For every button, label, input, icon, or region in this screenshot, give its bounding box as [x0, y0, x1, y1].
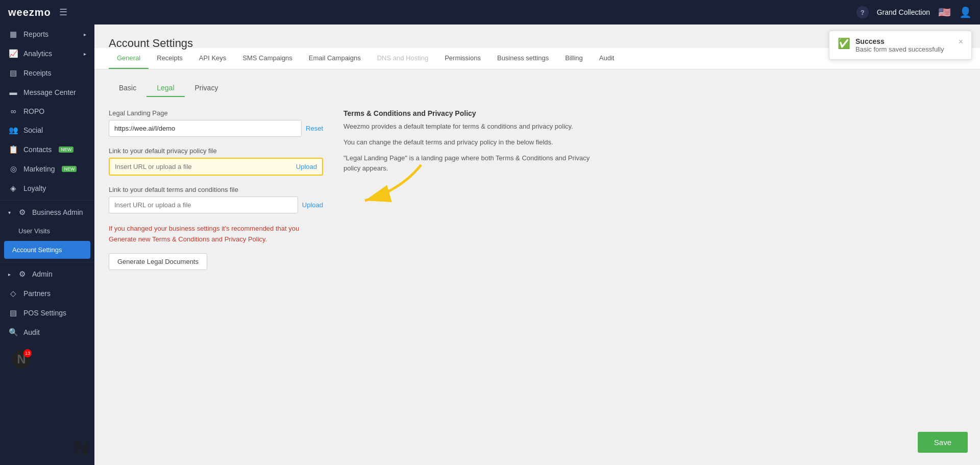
tab-dns-hosting: DNS and Hosting [369, 48, 436, 69]
terms-conditions-input[interactable] [109, 197, 298, 213]
weezmo-logo: weezmo [8, 7, 51, 18]
sidebar-item-user-visits[interactable]: User Visits [0, 222, 94, 240]
sidebar-item-contacts[interactable]: 📋 Contacts NEW [0, 140, 94, 159]
terms-conditions-label: Link to your default terms and condition… [109, 186, 323, 193]
privacy-policy-upload[interactable]: Upload [296, 163, 321, 170]
sidebar-item-label: Receipts [23, 69, 51, 77]
analytics-icon: 📈 [8, 49, 18, 58]
sidebar-item-social[interactable]: 👥 Social [0, 120, 94, 140]
analytics-arrow: ▸ [84, 51, 86, 57]
save-button[interactable]: Save [918, 432, 968, 453]
legal-landing-page-row: Reset [109, 120, 323, 137]
toast-title: Success [855, 37, 944, 45]
tab-api-keys[interactable]: API Keys [191, 48, 234, 69]
loyalty-icon: ◈ [8, 184, 18, 193]
tab-audit[interactable]: Audit [591, 48, 623, 69]
sidebar-item-partners[interactable]: ◇ Partners [0, 284, 94, 303]
sidebar-item-label: Audit [23, 328, 40, 336]
reports-arrow: ▸ [84, 32, 86, 37]
tab-billing[interactable]: Billing [557, 48, 591, 69]
terms-conditions-upload[interactable]: Upload [302, 201, 323, 209]
sidebar-item-business-admin[interactable]: ▾ ⚙ Business Admin [0, 203, 94, 222]
legal-landing-page-group: Legal Landing Page Reset [109, 109, 323, 137]
sidebar-item-audit[interactable]: 🔍 Audit [0, 323, 94, 342]
subtab-basic[interactable]: Basic [109, 80, 146, 97]
bottom-logo: N [74, 437, 89, 460]
contacts-new-badge: NEW [59, 146, 74, 153]
business-admin-expand-arrow: ▾ [8, 210, 11, 215]
sub-tabs: Basic Legal Privacy [109, 80, 966, 97]
sidebar-item-message-center[interactable]: ▬ Message Center [0, 83, 94, 102]
sidebar-item-label: Analytics [23, 50, 52, 58]
business-admin-icon: ⚙ [17, 208, 27, 217]
sidebar-item-reports[interactable]: ▦ Reports ▸ [0, 25, 94, 44]
org-name: Grand Collection [877, 8, 930, 16]
info-text-2: You can change the default terms and pri… [344, 137, 599, 148]
generate-legal-documents-button[interactable]: Generate Legal Documents [109, 253, 207, 270]
terms-conditions-row: Upload [109, 197, 323, 213]
sidebar-item-loyalty[interactable]: ◈ Loyalty [0, 179, 94, 198]
admin-icon: ⚙ [17, 270, 27, 279]
legal-landing-page-label: Legal Landing Page [109, 109, 323, 117]
legal-landing-page-input[interactable] [109, 120, 302, 137]
tab-receipts[interactable]: Receipts [149, 48, 191, 69]
info-title: Terms & Conditions and Privacy Policy [344, 109, 599, 117]
contacts-icon: 📋 [8, 145, 18, 154]
top-nav-right: ? Grand Collection 🇺🇸 👤 [856, 6, 972, 18]
tab-business-settings[interactable]: Business settings [489, 48, 557, 69]
sidebar: ▦ Reports ▸ 📈 Analytics ▸ ▤ Receipts ▬ M… [0, 25, 94, 465]
flag-icon: 🇺🇸 [938, 6, 951, 18]
sidebar-item-label: Partners [23, 289, 51, 298]
sidebar-item-account-settings[interactable]: Account Settings [4, 241, 90, 259]
toast-success-icon: ✅ [838, 37, 850, 50]
subtab-privacy[interactable]: Privacy [185, 80, 229, 97]
subtab-legal[interactable]: Legal [146, 80, 184, 97]
info-text-1: Weezmo provides a default template for t… [344, 121, 599, 132]
toast-content: Success Basic form saved successfully [855, 37, 944, 53]
toast-close-button[interactable]: × [959, 37, 963, 46]
sidebar-item-pos-settings[interactable]: ▤ POS Settings [0, 303, 94, 323]
sidebar-item-label: Business Admin [32, 208, 83, 216]
user-icon[interactable]: 👤 [959, 6, 972, 18]
social-icon: 👥 [8, 126, 18, 135]
notification-badge: 13 [23, 349, 32, 357]
hamburger-icon[interactable]: ☰ [59, 7, 67, 18]
sidebar-item-label: User Visits [18, 227, 50, 235]
sidebar-item-receipts[interactable]: ▤ Receipts [0, 63, 94, 83]
admin-expand-arrow: ▸ [8, 272, 11, 277]
sidebar-item-label: Admin [32, 270, 53, 278]
sidebar-item-label: ROPO [23, 107, 44, 115]
privacy-policy-highlight-wrapper: Upload [109, 158, 323, 176]
pos-settings-icon: ▤ [8, 308, 18, 317]
main-content: Account Settings General Receipts API Ke… [94, 25, 980, 465]
top-nav-left: weezmo ☰ [8, 7, 67, 18]
sidebar-item-analytics[interactable]: 📈 Analytics ▸ [0, 44, 94, 63]
tab-permissions[interactable]: Permissions [436, 48, 489, 69]
marketing-icon: ◎ [8, 164, 18, 174]
legal-landing-page-reset[interactable]: Reset [306, 125, 323, 132]
privacy-policy-group: Link to your default privacy policy file… [109, 147, 323, 176]
toast-message: Basic form saved successfully [855, 45, 944, 53]
notification-avatar-container[interactable]: N 13 [0, 342, 94, 377]
reports-icon: ▦ [8, 30, 18, 39]
sidebar-item-label: Message Center [23, 88, 76, 96]
notification-avatar: N 13 [12, 350, 31, 369]
help-icon[interactable]: ? [856, 6, 869, 18]
tab-general[interactable]: General [109, 48, 149, 69]
sidebar-item-marketing[interactable]: ◎ Marketing NEW [0, 159, 94, 179]
privacy-policy-input[interactable] [111, 160, 292, 174]
tab-sms-campaigns[interactable]: SMS Campaigns [234, 48, 301, 69]
terms-conditions-group: Link to your default terms and condition… [109, 186, 323, 213]
form-section: Legal Landing Page Reset Link to your de… [109, 109, 966, 270]
sidebar-item-ropo[interactable]: ∞ ROPO [0, 102, 94, 120]
privacy-policy-label: Link to your default privacy policy file [109, 147, 323, 155]
info-box: Terms & Conditions and Privacy Policy We… [344, 109, 599, 174]
sidebar-item-label: Marketing [23, 165, 55, 173]
tab-email-campaigns[interactable]: Email Campaigns [301, 48, 369, 69]
info-text-3: "Legal Landing Page" is a landing page w… [344, 153, 599, 175]
sidebar-item-admin[interactable]: ▸ ⚙ Admin [0, 264, 94, 284]
receipts-icon: ▤ [8, 68, 18, 78]
save-button-container: Save [918, 432, 968, 453]
sidebar-item-label: POS Settings [23, 309, 66, 317]
sidebar-item-label: Social [23, 126, 43, 134]
